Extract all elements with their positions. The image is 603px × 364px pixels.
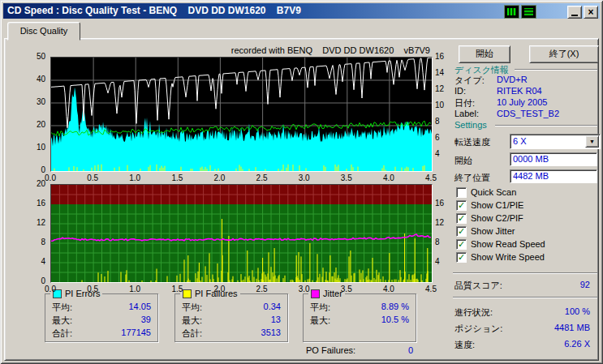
- chevron-down-icon[interactable]: ▼: [585, 135, 599, 148]
- checkbox-show-c1-pie[interactable]: ✓: [456, 200, 467, 211]
- tab-disc-quality[interactable]: Disc Quality: [7, 22, 80, 41]
- checkbox-show-write-speed[interactable]: ✓: [456, 252, 467, 263]
- checkbox-label-show-write-speed: Show Write Speed: [471, 252, 545, 262]
- stat-row: 最大:13: [182, 315, 281, 327]
- app-window: CD Speed : Disc Quality Test - BENQ DVD …: [0, 0, 603, 364]
- stat-row: 最大:10.5 %: [310, 315, 409, 327]
- legend-color-swatch: [311, 289, 320, 298]
- stat-row: 合計:3513: [182, 328, 281, 340]
- disc-info-value: 10 July 2005: [497, 97, 547, 107]
- status-label: 進行状況:: [454, 306, 493, 319]
- divider: [453, 272, 597, 274]
- stat-row: 平均:0.34: [182, 302, 281, 314]
- end-position-label: 終了位置: [454, 172, 490, 184]
- close-icon: ×: [588, 8, 593, 16]
- graph-icon-1[interactable]: [504, 5, 519, 19]
- end-position-field[interactable]: 4482 MB: [510, 169, 597, 183]
- stats-box-pi-errors: PI Errors平均:14.05最大:39合計:177145: [45, 293, 158, 342]
- status-label: ポジション:: [454, 323, 502, 335]
- minimize-button[interactable]: [567, 6, 582, 19]
- quality-score-value: 92: [501, 280, 590, 289]
- titlebar[interactable]: CD Speed : Disc Quality Test - BENQ DVD …: [3, 3, 600, 19]
- checkbox-quick-scan[interactable]: [456, 187, 467, 198]
- disc-info-label: タイプ:: [454, 75, 485, 87]
- checkbox-label-show-c1-pie: Show C1/PIE: [471, 200, 523, 210]
- status-label: 速度:: [454, 339, 475, 351]
- po-failures-label: PO Failures:: [306, 345, 355, 355]
- stat-row: 平均:8.89 %: [310, 302, 409, 314]
- pi-errors-chart: [50, 57, 433, 172]
- checkbox-label-show-read-speed: Show Read Speed: [471, 239, 545, 249]
- divider: [453, 297, 597, 298]
- divider: [495, 125, 597, 126]
- level-bars-icon: [524, 8, 533, 15]
- pif-jitter-chart: [50, 184, 433, 283]
- chart-header: recorded with BENQ DVD DD DW1620 vB7V9: [187, 45, 430, 55]
- speed-select[interactable]: 6 X ▼: [510, 134, 601, 149]
- stats-box-jitter: Jitter平均:8.89 %最大:10.5 %: [303, 293, 416, 342]
- status-value: 6.26 X: [501, 339, 590, 349]
- start-position-field[interactable]: 0000 MB: [510, 152, 597, 166]
- titlebar-buttons: ×: [504, 5, 598, 19]
- checkbox-show-jitter[interactable]: ✓: [456, 226, 467, 237]
- disc-info-value: DVD+R: [497, 75, 528, 84]
- stats-box-title: PI Errors: [65, 289, 100, 298]
- checkbox-show-c2-pif[interactable]: ✓: [456, 213, 467, 224]
- stats-box-legend: Jitter: [308, 289, 345, 298]
- checkbox-label-show-jitter: Show Jitter: [471, 226, 515, 236]
- stat-row: 平均:14.05: [52, 302, 151, 314]
- checkbox-label-show-c2-pif: Show C2/PIF: [471, 213, 523, 223]
- minimize-icon: [571, 15, 578, 16]
- checkbox-show-read-speed[interactable]: ✓: [456, 239, 467, 250]
- spectrum-bars-icon: [507, 8, 516, 15]
- po-failures-row: PO Failures: 0: [306, 345, 413, 355]
- exit-button[interactable]: 終了(X): [529, 45, 599, 63]
- status-value: 100 %: [501, 306, 590, 316]
- disc-info-label: 日付:: [454, 97, 475, 109]
- stats-box-title: Jitter: [323, 289, 342, 298]
- stats-box-pi-failures: PI Failures平均:0.34最大:13合計:3513: [174, 293, 288, 342]
- speed-label: 転送速度: [454, 136, 490, 148]
- stats-box-title: PI Failures: [195, 289, 238, 298]
- stats-box-legend: PI Errors: [50, 289, 102, 298]
- close-button[interactable]: ×: [584, 6, 598, 19]
- divider: [515, 69, 597, 71]
- window-title: CD Speed : Disc Quality Test - BENQ DVD …: [7, 3, 301, 19]
- disc-info-value: CDS_TEST_B2: [497, 109, 559, 118]
- legend-color-swatch: [53, 289, 62, 298]
- stat-row: 最大:39: [52, 315, 151, 327]
- status-value: 4481 MB: [501, 323, 590, 332]
- settings-header: Settings: [454, 120, 487, 130]
- legend-color-swatch: [183, 289, 192, 298]
- stats-box-legend: PI Failures: [180, 289, 240, 298]
- disc-info-label: ID:: [454, 86, 466, 96]
- start-position-label: 開始: [454, 155, 472, 167]
- tab-label: Disc Quality: [20, 26, 68, 36]
- disc-info-value: RITEK R04: [497, 86, 542, 96]
- graph-icon-2[interactable]: [521, 5, 536, 19]
- speed-select-value: 6 X: [513, 135, 527, 148]
- po-failures-value: 0: [408, 345, 413, 355]
- checkbox-label-quick-scan: Quick Scan: [471, 187, 516, 197]
- stat-row: 合計:177145: [52, 328, 151, 340]
- start-button[interactable]: 開始: [459, 45, 510, 63]
- quality-score-label: 品質スコア:: [454, 280, 502, 292]
- disc-info-label: Label:: [454, 109, 479, 118]
